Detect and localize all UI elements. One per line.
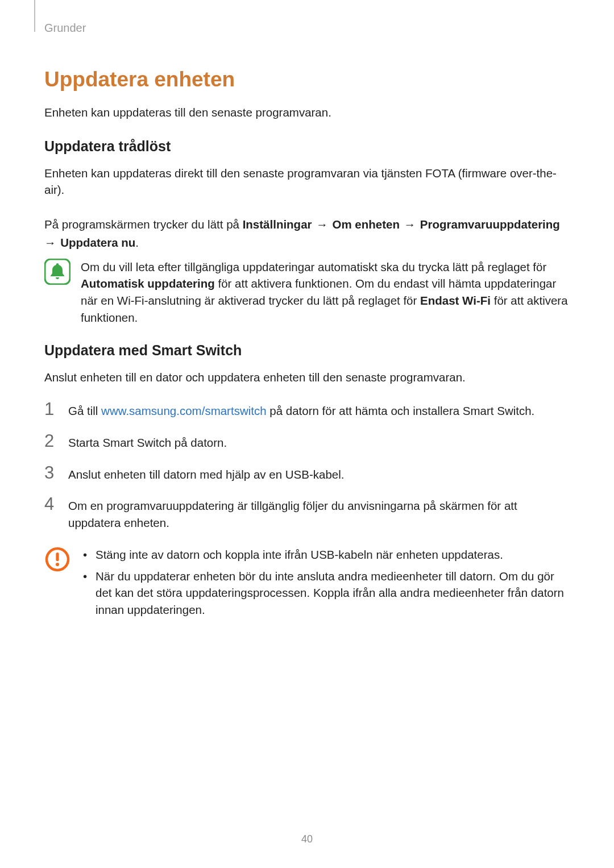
note-block: Om du vill leta efter tillgängliga uppda… [44,259,569,326]
navigation-path: På programskärmen trycker du lätt på Ins… [44,215,569,252]
list-item: • Stäng inte av datorn och koppla inte i… [81,546,569,563]
note-bold-wifi: Endast Wi-Fi [420,294,491,307]
step-number: 2 [44,432,58,450]
arrow-icon: → [400,218,420,231]
wireless-paragraph: Enheten kan uppdateras direkt till den s… [44,165,569,198]
warning-icon-col [44,546,70,623]
nav-step-updatenow: Uppdatera nu [60,236,135,249]
list-item: • När du uppdaterar enheten bör du inte … [81,568,569,618]
list-item: 1 Gå till www.samsung.com/smartswitch på… [44,402,569,420]
note-bold-auto: Automatisk uppdatering [81,277,215,290]
page-number: 40 [0,833,614,845]
note-pre: Om du vill leta efter tillgängliga uppda… [81,260,546,273]
nav-period: . [135,236,139,249]
section-heading-wireless: Uppdatera trådlöst [44,138,569,155]
bell-icon [44,259,70,285]
svg-point-3 [56,563,59,566]
step-text: Om en programvaruuppdatering är tillgäng… [68,497,569,531]
nav-step-about: Om enheten [332,218,399,231]
nav-step-swupdate: Programvaruuppdatering [420,218,560,231]
bullet-icon: • [83,568,87,585]
steps-list: 1 Gå till www.samsung.com/smartswitch på… [44,402,569,531]
step1-pre: Gå till [68,404,101,417]
bullet-icon: • [83,546,87,563]
note-icon-col [44,259,70,326]
list-item: 2 Starta Smart Switch på datorn. [44,434,569,451]
arrow-icon: → [312,218,333,231]
step-text: Anslut enheten till datorn med hjälp av … [68,466,569,483]
section-heading-smartswitch: Uppdatera med Smart Switch [44,342,569,359]
warning-block: • Stäng inte av datorn och koppla inte i… [44,546,569,623]
warning-text-2: När du uppdaterar enheten bör du inte an… [96,570,564,616]
nav-intro-text: På programskärmen trycker du lätt på [44,218,243,231]
step-number: 4 [44,495,58,513]
step-text: Gå till www.samsung.com/smartswitch på d… [68,402,569,420]
svg-rect-2 [56,553,59,561]
caution-icon [44,546,70,572]
warning-text-1: Stäng inte av datorn och koppla inte ifr… [96,548,503,561]
smartswitch-paragraph: Anslut enheten till en dator och uppdate… [44,369,569,386]
note-text: Om du vill leta efter tillgängliga uppda… [81,259,569,326]
step-text: Starta Smart Switch på datorn. [68,434,569,451]
list-item: 3 Anslut enheten till datorn med hjälp a… [44,466,569,483]
nav-step-settings: Inställningar [243,218,312,231]
step-number: 1 [44,400,58,418]
smartswitch-link[interactable]: www.samsung.com/smartswitch [101,404,266,417]
header-rule [34,0,35,32]
list-item: 4 Om en programvaruuppdatering är tillgä… [44,497,569,531]
warning-list: • Stäng inte av datorn och koppla inte i… [81,546,569,623]
page-title: Uppdatera enheten [44,68,569,92]
intro-paragraph: Enheten kan uppdateras till den senaste … [44,104,569,121]
step1-post: på datorn för att hämta och installera S… [267,404,535,417]
step-number: 3 [44,464,58,481]
breadcrumb: Grunder [44,22,569,35]
document-page: Grunder Uppdatera enheten Enheten kan up… [0,0,614,868]
